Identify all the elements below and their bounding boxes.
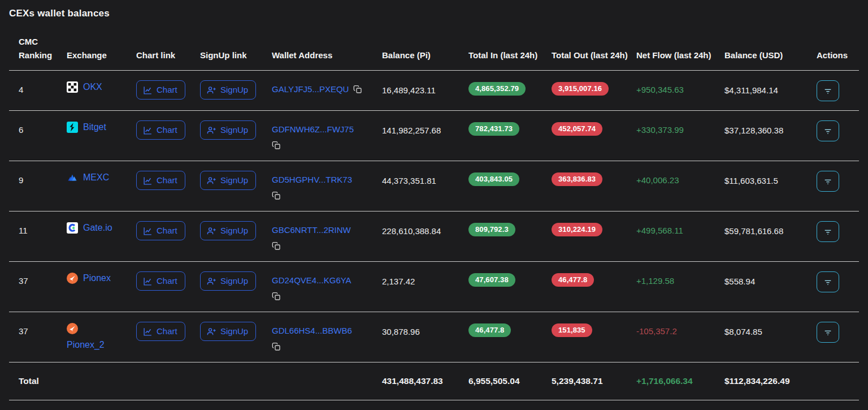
copy-icon[interactable]: [353, 85, 362, 94]
wallet-cell: GD5HGPHV...TRK73: [272, 161, 382, 202]
balance-pi-value: 141,982,257.68: [382, 111, 468, 137]
total-in-cell: 809,792.3: [468, 212, 552, 236]
copy-icon[interactable]: [272, 191, 281, 202]
total-out-badge: 310,224.19: [552, 223, 602, 236]
net-flow-value: +40,006.23: [636, 161, 724, 187]
total-out-cell: 3,915,007.16: [552, 71, 636, 96]
total-out-cell: 310,224.19: [552, 212, 636, 236]
user-plus-icon: [207, 327, 216, 336]
net-flow-value: +499,568.11: [636, 212, 724, 237]
balance-usd-value: $59,781,616.68: [724, 212, 817, 238]
exchange-link[interactable]: Pionex_2: [67, 339, 105, 351]
net-flow-value: +950,345.63: [636, 71, 724, 96]
cmc-ranking-value: 9: [9, 161, 67, 187]
chart-cell: Chart: [136, 262, 200, 291]
wallet-address-link[interactable]: GBC6NRTT...2RINW: [272, 225, 351, 235]
table-row: 6 Bitget Chart SignUp GDFNWH6Z...FWJ75 1…: [9, 111, 859, 161]
net-flow-value: -105,357.2: [636, 312, 724, 338]
balance-usd-value: $11,603,631.5: [724, 161, 817, 187]
total-in-cell: 403,843.05: [468, 161, 552, 186]
bitget-logo-icon: [67, 122, 78, 133]
exchange-link[interactable]: MEXC: [83, 172, 109, 183]
copy-icon[interactable]: [272, 141, 281, 152]
actions-cell: [817, 312, 859, 343]
balance-usd-value: $8,074.85: [724, 312, 817, 338]
total-out-sum: 5,239,438.71: [552, 362, 636, 387]
user-plus-icon: [207, 126, 216, 135]
total-out-cell: 363,836.83: [552, 161, 636, 186]
total-out-cell: 46,477.8: [552, 262, 636, 287]
wallet-cell: GBC6NRTT...2RINW: [272, 212, 382, 252]
actions-button[interactable]: [817, 120, 839, 141]
total-in-sum: 6,955,505.04: [468, 362, 552, 387]
signup-cell: SignUp: [200, 111, 272, 140]
pionex-logo-icon: [67, 323, 78, 334]
exchange-link[interactable]: Gate.io: [83, 222, 112, 234]
exchange-link[interactable]: Pionex: [83, 273, 111, 284]
actions-button[interactable]: [817, 80, 839, 101]
chart-button[interactable]: Chart: [136, 80, 185, 100]
table-header-row: CMC Ranking Exchange Chart link SignUp l…: [9, 21, 859, 71]
total-in-cell: 4,865,352.79: [468, 71, 552, 96]
signup-cell: SignUp: [200, 312, 272, 341]
total-out-badge: 3,915,007.16: [552, 82, 609, 96]
table-row: 9 MEXC Chart SignUp GD5HGPHV...TRK73 44,…: [9, 161, 859, 212]
chart-button[interactable]: Chart: [136, 322, 185, 341]
exchange-link[interactable]: Bitget: [83, 122, 106, 133]
col-chart-link: Chart link: [136, 49, 200, 62]
actions-button[interactable]: [817, 271, 839, 292]
user-plus-icon: [207, 226, 216, 236]
total-in-cell: 782,431.73: [468, 111, 552, 136]
total-in-badge: 809,792.3: [468, 223, 515, 236]
exchange-link[interactable]: OKX: [83, 81, 102, 93]
user-plus-icon: [207, 277, 216, 286]
wallet-cell: GD24QVE4...KG6YA: [272, 262, 382, 303]
balance-pi-value: 30,878.96: [382, 312, 468, 338]
col-total-in: Total In (last 24h): [468, 49, 552, 62]
total-in-badge: 782,431.73: [468, 122, 519, 136]
signup-button[interactable]: SignUp: [200, 171, 256, 190]
actions-button[interactable]: [817, 171, 839, 192]
wallet-address-link[interactable]: GALYJFJ5...PXEQU: [272, 83, 349, 96]
copy-icon[interactable]: [272, 241, 281, 252]
exchange-cell: Gate.io: [67, 212, 136, 234]
total-balance-pi: 431,488,437.83: [382, 362, 468, 387]
exchange-cell: Bitget: [67, 111, 136, 133]
signup-button[interactable]: SignUp: [200, 80, 256, 100]
chart-line-icon: [143, 327, 153, 336]
signup-button[interactable]: SignUp: [200, 120, 256, 140]
col-cmc-ranking: CMC Ranking: [9, 35, 61, 62]
total-out-badge: 46,477.8: [552, 273, 594, 287]
total-row: Total 431,488,437.83 6,955,505.04 5,239,…: [9, 362, 859, 400]
chart-button[interactable]: Chart: [136, 271, 185, 291]
copy-icon[interactable]: [272, 292, 281, 303]
col-actions: Actions: [817, 49, 859, 62]
cmc-ranking-value: 37: [9, 312, 67, 338]
signup-button[interactable]: SignUp: [200, 322, 256, 341]
signup-button[interactable]: SignUp: [200, 271, 256, 291]
chart-button[interactable]: Chart: [136, 120, 185, 140]
col-signup-link: SignUp link: [200, 49, 272, 62]
wallet-address-link[interactable]: GD24QVE4...KG6YA: [272, 275, 351, 285]
wallet-address-link[interactable]: GDFNWH6Z...FWJ75: [272, 124, 354, 134]
signup-cell: SignUp: [200, 161, 272, 190]
signup-button[interactable]: SignUp: [200, 221, 256, 240]
wallet-address-link[interactable]: GDL66HS4...BBWB6: [272, 326, 352, 335]
chart-line-icon: [143, 277, 153, 286]
balance-pi-value: 2,137.42: [382, 262, 468, 288]
actions-cell: [817, 71, 859, 101]
total-out-badge: 363,836.83: [552, 172, 602, 186]
cmc-ranking-value: 6: [9, 111, 67, 136]
actions-button[interactable]: [817, 322, 839, 343]
wallet-address-link[interactable]: GD5HGPHV...TRK73: [272, 175, 352, 184]
chart-button[interactable]: Chart: [136, 171, 185, 190]
actions-cell: [817, 212, 859, 242]
mexc-logo-icon: [67, 172, 78, 183]
copy-icon[interactable]: [272, 342, 281, 353]
exchange-cell: OKX: [67, 71, 136, 93]
filter-icon: [823, 278, 832, 287]
total-in-badge: 47,607.38: [468, 273, 515, 287]
chart-button[interactable]: Chart: [136, 221, 185, 240]
actions-button[interactable]: [817, 221, 839, 242]
table-row: 11 Gate.io Chart SignUp GBC6NRTT...2RINW…: [9, 212, 859, 262]
